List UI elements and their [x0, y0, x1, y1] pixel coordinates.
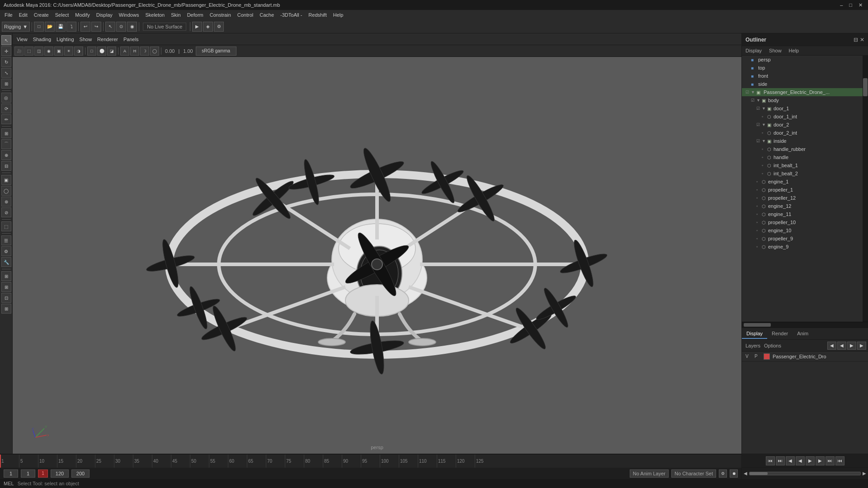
tree-item-engine10[interactable]: ◦ ⬡ engine_10	[742, 226, 863, 235]
snap-point-tool[interactable]: ⊕	[1, 150, 11, 160]
menu-control[interactable]: Control	[235, 11, 256, 19]
menu-file[interactable]: File	[2, 11, 15, 19]
rb-tab-render[interactable]: Render	[767, 329, 793, 339]
menu-display[interactable]: Display	[94, 11, 115, 19]
menu-3dto[interactable]: -3DToAll -	[278, 11, 305, 19]
create-ik-tool[interactable]: ⊘	[1, 207, 11, 217]
vp-menu-lighting[interactable]: Lighting	[54, 36, 76, 43]
quick-layout-icon[interactable]: ⊞	[1, 271, 11, 281]
scale-tool[interactable]: ⤡	[1, 68, 11, 78]
tree-checkbox-drone[interactable]: ☑	[745, 90, 751, 94]
vp-smooth-btn[interactable]: ⚪	[97, 47, 106, 56]
menu-edit[interactable]: Edit	[16, 11, 30, 19]
auto-key-toggle[interactable]: ⏺	[730, 469, 738, 478]
tree-item-side[interactable]: ■ side	[742, 80, 863, 88]
vp-menu-view[interactable]: View	[14, 36, 30, 43]
frame-start-input[interactable]	[21, 469, 35, 478]
menu-cache[interactable]: Cache	[257, 11, 277, 19]
transport-step-fwd[interactable]: ▶	[816, 456, 825, 465]
tree-arrow-body[interactable]: ▼	[756, 98, 762, 103]
transport-go-end[interactable]: ⏮	[835, 456, 844, 465]
tree-item-prop12[interactable]: ◦ ⬡ propeller_12	[742, 194, 863, 202]
tree-item-persp[interactable]: ■ persp	[742, 56, 863, 64]
vp-flat-btn[interactable]: ◫	[34, 47, 43, 56]
save-inc-btn[interactable]: ⤵	[66, 22, 76, 32]
tree-checkbox-body[interactable]: ☑	[751, 98, 756, 103]
select-btn[interactable]: ↖	[105, 22, 115, 32]
transport-next-key[interactable]: ⏭	[826, 456, 835, 465]
tree-item-door1[interactable]: ☑ ▼ ▣ door_1	[742, 104, 863, 113]
vp-menu-panels[interactable]: Panels	[121, 36, 141, 43]
layer-nav-prev2[interactable]: ◀	[837, 342, 846, 350]
render-settings-btn[interactable]: ⚙	[214, 22, 224, 32]
rb-tab-display[interactable]: Display	[742, 329, 767, 339]
menu-deform[interactable]: Deform	[184, 11, 206, 19]
rotate-tool[interactable]: ↻	[1, 57, 11, 67]
vp-aa-btn[interactable]: A	[120, 47, 129, 56]
frame-selection-icon[interactable]: ⊞	[1, 304, 11, 314]
tree-item-top[interactable]: ■ top	[742, 64, 863, 72]
transport-play-back[interactable]: ◀	[796, 456, 805, 465]
char-set-options-btn[interactable]: ⚙	[719, 469, 727, 478]
vp-menu-show[interactable]: Show	[77, 36, 94, 43]
tree-item-handle[interactable]: ◦ ⬡ handle	[742, 153, 863, 161]
render-btn[interactable]: ▶	[192, 22, 202, 32]
tree-item-intbealt1[interactable]: ◦ ⬡ int_bealt_1	[742, 161, 863, 169]
vp-textured-btn[interactable]: ▣	[54, 47, 63, 56]
menu-help[interactable]: Help	[330, 11, 346, 19]
snap-grid-tool[interactable]: ⊞	[1, 128, 11, 138]
undo-btn[interactable]: ↩	[80, 22, 90, 32]
frame-end-input[interactable]	[51, 469, 69, 478]
transport-prev-key[interactable]: ⏭	[776, 456, 785, 465]
tree-item-front[interactable]: ■ front	[742, 72, 863, 80]
outliner-detach-btn[interactable]: ⊟	[854, 37, 858, 43]
outliner-tab-help[interactable]: Help	[787, 47, 801, 54]
vp-hud-btn[interactable]: H	[130, 47, 139, 56]
menu-skeleton[interactable]: Skeleton	[142, 11, 167, 19]
tree-item-door2int[interactable]: ◦ ⬡ door_2_int	[742, 129, 863, 137]
attr-editor-icon[interactable]: ⚙	[1, 246, 11, 256]
menu-modify[interactable]: Modify	[72, 11, 92, 19]
new-scene-btn[interactable]: □	[34, 22, 44, 32]
vp-light-btn[interactable]: ☀	[64, 47, 73, 56]
tree-item-engine9[interactable]: ◦ ⬡ engine_9	[742, 243, 863, 251]
vp-wire-btn[interactable]: ⬚	[24, 47, 33, 56]
tl-scroll-right[interactable]: ▶	[863, 471, 866, 476]
close-btn[interactable]: ✕	[857, 2, 864, 8]
create-poly-tool[interactable]: ▣	[1, 175, 11, 185]
maximize-btn[interactable]: □	[847, 2, 854, 8]
vp-exposure-btn[interactable]: ☽	[140, 47, 149, 56]
layer-playback[interactable]: P	[755, 354, 761, 359]
transport-go-start[interactable]: ⏮	[766, 456, 775, 465]
menu-skin[interactable]: Skin	[168, 11, 183, 19]
tree-item-body[interactable]: ☑ ▼ ▣ body	[742, 96, 863, 104]
auto-key-btn[interactable]: 1	[38, 469, 48, 478]
create-joint-tool[interactable]: ⊛	[1, 197, 11, 206]
tree-arrow-inside[interactable]: ▼	[762, 139, 767, 143]
select-tool[interactable]: ↖	[1, 35, 11, 45]
paint-tool[interactable]: ✏	[1, 114, 11, 124]
frame-all-icon[interactable]: ⊡	[1, 293, 11, 303]
paint-btn[interactable]: ◉	[127, 22, 137, 32]
render-region-tool[interactable]: ⬚	[1, 221, 11, 231]
tree-checkbox-door2[interactable]: ☑	[756, 122, 762, 127]
tree-item-prop1[interactable]: ◦ ⬡ propeller_1	[742, 186, 863, 194]
outliner-tab-display[interactable]: Display	[744, 47, 764, 54]
redo-btn[interactable]: ↪	[91, 22, 101, 32]
timeline-area[interactable]: 1 5 10 15 20 25 30 35 40 45 50 55 60 65 …	[0, 454, 741, 468]
menu-select[interactable]: Select	[52, 11, 72, 19]
soft-select-tool[interactable]: ◎	[1, 93, 11, 103]
outliner-scrollbar[interactable]	[863, 56, 868, 322]
vp-gamma-btn[interactable]: sRGB gamma	[196, 47, 236, 56]
layers-tab[interactable]: Layers	[745, 343, 760, 348]
layer-nav-next2[interactable]: ▶	[857, 342, 866, 350]
tree-checkbox-inside[interactable]: ☑	[756, 139, 762, 143]
tree-item-engine11[interactable]: ◦ ⬡ engine_11	[742, 210, 863, 218]
layer-visibility[interactable]: V	[745, 354, 752, 359]
tree-item-door2[interactable]: ☑ ▼ ▣ door_2	[742, 121, 863, 129]
lasso-tool[interactable]: ⟳	[1, 103, 11, 113]
transport-play-fwd[interactable]: ▶	[806, 456, 815, 465]
rb-tab-anim[interactable]: Anim	[793, 329, 813, 339]
vp-menu-renderer[interactable]: Renderer	[95, 36, 120, 43]
tree-item-engine1[interactable]: ◦ ⬡ engine_1	[742, 178, 863, 186]
